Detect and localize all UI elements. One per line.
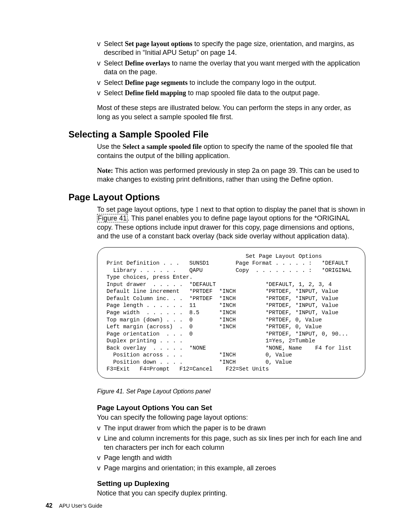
bullet-bold: Define page segments — [125, 79, 188, 86]
duplexing-text: Notice that you can specify duplex print… — [97, 489, 365, 498]
bullet-bold: Set page layout options — [125, 40, 193, 48]
text-bold: Select a sample spooled file — [123, 143, 202, 150]
list-item: Select Define page segments to include t… — [97, 78, 365, 87]
doc-title: APU User’s Guide — [59, 503, 102, 509]
options-bullet-list: The input drawer from which the paper is… — [97, 424, 365, 473]
text-fragment: Use the — [97, 143, 123, 150]
bullet-prefix: Select — [104, 89, 125, 97]
list-item: Page length and width — [97, 454, 365, 462]
list-item: Select Set page layout options to specif… — [97, 40, 365, 58]
bullet-rest: to include the company logo in the outpu… — [188, 79, 316, 86]
text-fragment: next to that option to display the panel… — [199, 206, 365, 213]
page-layout-paragraph: To set page layout options, type 1 next … — [97, 205, 365, 241]
bullet-bold: Define overlays — [125, 59, 170, 67]
list-item: Line and column increments for this page… — [97, 434, 365, 452]
text-fragment: To set page layout options, type — [97, 206, 195, 213]
bullet-prefix: Select — [104, 59, 125, 67]
page-footer: 42 APU User’s Guide — [46, 502, 102, 510]
note-label: Note: — [97, 167, 113, 174]
select-spooled-paragraph: Use the Select a sample spooled file opt… — [97, 142, 365, 160]
bullet-bold: Define field mapping — [125, 89, 186, 97]
intro-paragraph: Most of these steps are illustrated belo… — [97, 104, 365, 121]
figure-xref-link[interactable]: Figure 41 — [97, 214, 127, 222]
text-fragment: . This panel enables you to define page … — [97, 214, 354, 240]
list-item: The input drawer from which the paper is… — [97, 424, 365, 433]
page-layout-block: To set page layout options, type 1 next … — [68, 205, 365, 498]
list-item: Page margins and orientation; in this ex… — [97, 464, 365, 473]
figure-caption: Figure 41. Set Page Layout Options panel — [97, 388, 365, 396]
options-intro: You can specify the following page layou… — [97, 413, 365, 422]
list-item: Select Define field mapping to map spool… — [97, 89, 365, 97]
intro-bullet-list: Select Set page layout options to specif… — [97, 40, 365, 97]
page-container: Select Set page layout options to specif… — [0, 0, 411, 532]
terminal-panel: Set Page Layout Options Print Definition… — [97, 247, 365, 379]
heading-select-spooled: Selecting a Sample Spooled File — [68, 128, 365, 140]
text-literal: 1 — [195, 206, 199, 213]
page-number: 42 — [46, 502, 53, 509]
note-paragraph: Note: This action was performed previous… — [97, 166, 365, 184]
terminal-content: Set Page Layout Options Print Definition… — [107, 253, 357, 373]
bullet-prefix: Select — [104, 79, 125, 86]
heading-duplexing: Setting up Duplexing — [97, 479, 365, 489]
heading-page-layout: Page Layout Options — [68, 191, 365, 203]
bullet-prefix: Select — [104, 40, 125, 48]
intro-block: Select Set page layout options to specif… — [68, 40, 365, 121]
select-spooled-block: Use the Select a sample spooled file opt… — [68, 142, 365, 184]
note-text: This action was performed previously in … — [97, 167, 359, 183]
bullet-rest: to map spooled file data to the output p… — [186, 89, 320, 97]
heading-options-you-can-set: Page Layout Options You can Set — [97, 403, 365, 413]
list-item: Select Define overlays to name the overl… — [97, 59, 365, 77]
